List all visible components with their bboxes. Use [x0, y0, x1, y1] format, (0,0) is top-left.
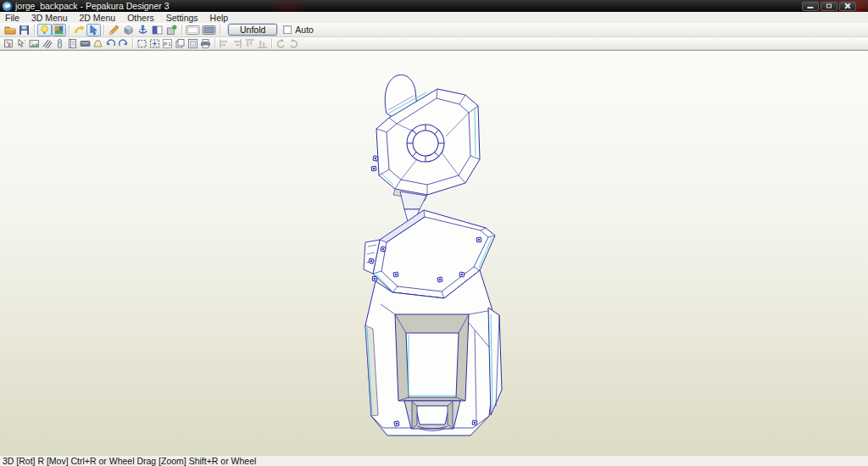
undo-curve-button[interactable] — [104, 38, 117, 49]
rotate-cw-icon — [288, 38, 299, 49]
svg-text:P.1: P.1 — [164, 41, 171, 47]
envelope-slot-icon — [80, 38, 91, 49]
menu-file[interactable]: File — [5, 13, 19, 23]
hatch-lines-icon — [42, 38, 53, 49]
rotate-cw-button[interactable] — [287, 38, 300, 49]
notebook-button[interactable] — [66, 38, 79, 49]
close-button[interactable] — [839, 2, 856, 11]
edit-image-button[interactable] — [28, 38, 41, 49]
select-part-button[interactable] — [3, 38, 15, 49]
pane-2d-icon — [202, 25, 216, 36]
texture-view-icon — [53, 25, 64, 36]
auto-label: Auto — [295, 25, 314, 35]
toolbar-main: Unfold Auto — [0, 23, 868, 37]
flap-tab-icon — [92, 38, 103, 49]
printer-button[interactable] — [199, 38, 212, 49]
minimize-button[interactable] — [802, 2, 819, 11]
align-top-icon — [244, 38, 255, 49]
open-folder-button[interactable] — [3, 24, 17, 36]
menu-help[interactable]: Help — [210, 13, 229, 23]
restore-icon — [826, 4, 832, 8]
select-pointer-button[interactable] — [86, 24, 101, 36]
move-marquee-icon — [149, 38, 160, 49]
menu-2d[interactable]: 2D Menu — [80, 13, 116, 23]
align-top-button[interactable] — [243, 38, 256, 49]
align-right-icon — [231, 38, 242, 49]
align-right-button[interactable] — [231, 38, 243, 49]
select-part-icon — [3, 38, 14, 49]
part-settings-icon — [166, 25, 177, 36]
model-viewport[interactable] — [0, 50, 868, 455]
window-controls — [802, 2, 856, 11]
anchor-fix-icon — [137, 25, 148, 36]
anchor-fix-button[interactable] — [136, 24, 150, 36]
notebook-icon — [67, 38, 78, 49]
texture-view-button[interactable] — [52, 24, 66, 36]
title-bar[interactable]: jorge_backpack - Pepakura Designer 3 — [0, 0, 868, 12]
marquee-box-icon — [136, 38, 147, 49]
save-button[interactable] — [17, 24, 31, 36]
redo-curve-icon — [118, 38, 129, 49]
part-settings-button[interactable] — [164, 24, 179, 36]
page-number-icon: P.1 — [162, 38, 173, 49]
select-pointer-icon — [88, 25, 99, 36]
undo-curve-icon — [105, 38, 116, 49]
pick-point-icon — [16, 38, 27, 49]
save-icon — [19, 25, 30, 36]
toolbar-2d-tools: P.1 — [0, 37, 868, 50]
material-box-button[interactable] — [121, 24, 136, 36]
toolbar-separator — [271, 38, 272, 48]
toolbar-separator — [181, 25, 182, 35]
page-number-button[interactable]: P.1 — [161, 38, 174, 49]
menu-settings[interactable]: Settings — [166, 13, 198, 23]
light-toggle-icon — [39, 25, 50, 36]
glue-stick-button[interactable] — [53, 38, 66, 49]
toolbar-separator — [69, 25, 70, 35]
restore-button[interactable] — [821, 2, 837, 11]
toolbar-separator — [103, 25, 104, 35]
printer-icon — [200, 38, 211, 49]
auto-unfold-option: Auto — [283, 25, 314, 35]
rotate-view-button[interactable] — [72, 24, 86, 36]
status-bar: 3D [Rot] R [Mov] Ctrl+R or Wheel Drag [Z… — [0, 455, 868, 466]
rotate-ccw-button[interactable] — [275, 38, 287, 49]
page-frame-icon — [187, 38, 198, 49]
material-box-icon — [123, 25, 134, 36]
window-title: jorge_backpack - Pepakura Designer 3 — [15, 1, 170, 11]
redo-curve-button[interactable] — [117, 38, 130, 49]
unfold-button[interactable]: Unfold — [228, 24, 277, 36]
page-stack-button[interactable] — [174, 38, 186, 49]
3d-model-wireframe — [0, 51, 868, 455]
page-stack-icon — [175, 38, 186, 49]
split-view-icon — [152, 25, 163, 36]
auto-checkbox[interactable] — [283, 25, 292, 34]
hatch-lines-button[interactable] — [41, 38, 53, 49]
open-folder-icon — [4, 25, 16, 35]
toolbar-separator — [214, 38, 215, 48]
app-window: jorge_backpack - Pepakura Designer 3 Fil… — [0, 0, 868, 466]
close-icon — [844, 3, 851, 9]
envelope-slot-button[interactable] — [79, 38, 92, 49]
align-left-button[interactable] — [218, 38, 231, 49]
align-left-icon — [219, 38, 230, 49]
glue-stick-icon — [54, 38, 65, 49]
page-frame-button[interactable] — [186, 38, 199, 49]
status-text: 3D [Rot] R [Mov] Ctrl+R or Wheel Drag [Z… — [3, 456, 256, 466]
align-bottom-button[interactable] — [256, 38, 269, 49]
move-marquee-button[interactable] — [148, 38, 161, 49]
toolbar-separator — [34, 25, 35, 35]
rotate-ccw-icon — [275, 38, 287, 49]
align-bottom-icon — [257, 38, 268, 49]
pane-3d-button[interactable] — [185, 24, 201, 36]
pane-2d-button[interactable] — [201, 24, 217, 36]
minimize-icon — [808, 7, 814, 8]
flap-tab-button[interactable] — [92, 38, 104, 49]
marquee-box-button[interactable] — [136, 38, 148, 49]
pick-point-button[interactable] — [15, 38, 28, 49]
menu-others[interactable]: Others — [127, 13, 154, 23]
light-toggle-button[interactable] — [37, 24, 52, 36]
menu-3d[interactable]: 3D Menu — [31, 13, 68, 23]
split-view-button[interactable] — [150, 24, 164, 36]
pencil-edit-button[interactable] — [107, 24, 121, 36]
edit-image-icon — [29, 38, 40, 49]
